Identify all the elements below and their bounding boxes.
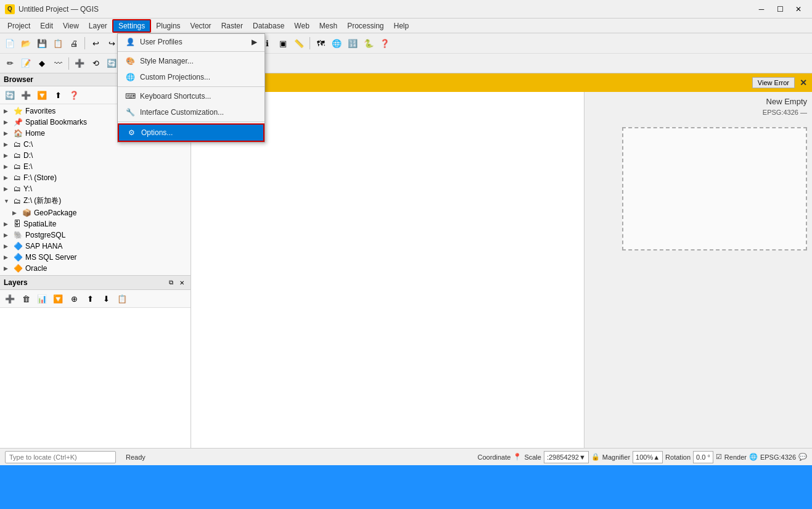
render-button[interactable]: 🗺 <box>313 36 328 51</box>
crs-button[interactable]: 🌐 <box>329 36 344 51</box>
status-bar: Ready Coordinate 📍 Scale :29854292 ▼ 🔒 M… <box>0 448 812 465</box>
browser-filter-button[interactable]: 🔽 <box>35 88 49 102</box>
add-layer-button[interactable]: ➕ <box>2 291 17 306</box>
tree-item-spatialite[interactable]: ▶ 🗄 SpatiaLite <box>0 218 191 230</box>
settings-interface-customization[interactable]: 🔧 Interface Customization... <box>118 104 265 120</box>
node-tool-button[interactable]: ◆ <box>35 56 49 71</box>
menu-view[interactable]: View <box>58 19 84 33</box>
tree-item-geopackage[interactable]: ▶ 📦 GeoPackage <box>0 207 191 218</box>
message-icon[interactable]: 💬 <box>798 453 807 461</box>
tree-item-mssql[interactable]: ▶ 🔷 MS SQL Server <box>0 252 191 263</box>
layers-close-button[interactable]: ✕ <box>177 278 187 288</box>
minimize-button[interactable]: ─ <box>753 3 770 15</box>
scale-dropdown-icon[interactable]: ▼ <box>579 453 586 461</box>
settings-dropdown: 👤 User Profiles ▶ 🎨 Style Manager... 🌐 C… <box>117 33 265 143</box>
options-label: Options... <box>141 128 173 137</box>
save-project-button[interactable]: 💾 <box>35 36 49 51</box>
menu-layer[interactable]: Layer <box>84 19 112 33</box>
close-button[interactable]: ✕ <box>790 3 807 15</box>
tree-item-d[interactable]: ▶ 🗂 D:\ <box>0 150 191 161</box>
view-error-button[interactable]: View Error <box>752 77 795 88</box>
render-checkbox-icon[interactable]: ☑ <box>716 453 722 461</box>
menu-settings[interactable]: Settings <box>112 19 151 33</box>
map-and-right: installation failed View Error ✕ New Emp… <box>191 73 812 448</box>
toolbar-separator-4 <box>310 37 310 49</box>
settings-keyboard-shortcuts[interactable]: ⌨ Keyboard Shortcuts... <box>118 88 265 104</box>
menu-database[interactable]: Database <box>248 19 289 33</box>
magnifier-up-icon[interactable]: ▲ <box>653 453 660 461</box>
select-button[interactable]: ▣ <box>276 36 290 51</box>
settings-style-manager[interactable]: 🎨 Style Manager... <box>118 53 265 69</box>
epsg-label: EPSG:4326 — <box>763 109 807 116</box>
interface-customization-label: Interface Customization... <box>140 108 224 117</box>
magnifier-value[interactable]: 100% ▲ <box>633 451 663 463</box>
menu-bar: Project Edit View Layer Settings Plugins… <box>0 19 812 33</box>
browser-add-button[interactable]: ➕ <box>18 88 33 102</box>
menu-project[interactable]: Project <box>2 19 35 33</box>
layers-float-button[interactable]: ⧉ <box>166 278 176 288</box>
browser-help-button[interactable]: ❓ <box>67 88 81 102</box>
drive-icon: 🗂 <box>14 173 21 182</box>
user-profiles-label: User Profiles <box>140 38 182 46</box>
print-button[interactable]: 🖨 <box>67 36 81 51</box>
tree-item-sap-hana[interactable]: ▶ 🔷 SAP HANA <box>0 241 191 252</box>
tree-item-z[interactable]: ▼ 🗂 Z:\ (新加卷) <box>0 194 191 207</box>
drive-icon: 🗂 <box>14 197 21 205</box>
menu-mesh[interactable]: Mesh <box>314 19 342 33</box>
open-project-button[interactable]: 📂 <box>18 36 33 51</box>
browser-title: Browser <box>4 75 33 84</box>
remove-layer-button[interactable]: 🗑 <box>18 291 33 306</box>
measure-button[interactable]: 📏 <box>292 36 306 51</box>
maximize-button[interactable]: ☐ <box>771 3 789 15</box>
home-icon: 🏠 <box>14 129 23 138</box>
new-project-button[interactable]: 📄 <box>2 36 17 51</box>
rotation-value[interactable]: 0.0 ° <box>693 451 713 463</box>
error-close-button[interactable]: ✕ <box>800 78 807 88</box>
expand-icon: ▶ <box>4 221 11 227</box>
add-feature-button[interactable]: ➕ <box>72 56 87 71</box>
open-table-button[interactable]: 📊 <box>35 291 49 306</box>
settings-options[interactable]: ⚙ Options... <box>118 123 265 142</box>
python-button[interactable]: 🐍 <box>361 36 376 51</box>
scale-value[interactable]: :29854292 ▼ <box>544 451 589 463</box>
browser-refresh-button[interactable]: 🔄 <box>2 88 17 102</box>
menu-processing[interactable]: Processing <box>342 19 388 33</box>
trace-button[interactable]: 〰 <box>51 56 65 71</box>
menu-edit[interactable]: Edit <box>35 19 58 33</box>
menu-help[interactable]: Help <box>389 19 414 33</box>
zoom-layer-button[interactable]: ⊕ <box>67 291 81 306</box>
qgis-button[interactable]: ❓ <box>377 36 392 51</box>
move-down-button[interactable]: ⬇ <box>99 291 113 306</box>
undo-button[interactable]: ↩ <box>88 36 103 51</box>
menu-web[interactable]: Web <box>289 19 314 33</box>
custom-projections-label: Custom Projections... <box>140 73 210 81</box>
browser-collapse-button[interactable]: ⬆ <box>51 88 65 102</box>
move-feature-button[interactable]: ⟲ <box>88 56 103 71</box>
menu-separator-3 <box>118 122 265 122</box>
tree-item-oracle[interactable]: ▶ 🔶 Oracle <box>0 263 191 274</box>
tree-label: Y:\ <box>23 184 32 193</box>
tree-item-e[interactable]: ▶ 🗂 E:\ <box>0 161 191 172</box>
edit-button[interactable]: 📝 <box>18 56 33 71</box>
tree-item-y[interactable]: ▶ 🗂 Y:\ <box>0 183 191 194</box>
map-canvas[interactable] <box>191 92 584 448</box>
settings-user-profiles[interactable]: 👤 User Profiles ▶ <box>118 34 265 50</box>
coordinate-icon: 📍 <box>513 453 522 461</box>
tree-item-f[interactable]: ▶ 🗂 F:\ (Store) <box>0 172 191 183</box>
menu-vector[interactable]: Vector <box>186 19 216 33</box>
move-up-button[interactable]: ⬆ <box>83 291 97 306</box>
duplicate-layer-button[interactable]: 📋 <box>115 291 129 306</box>
calculator-button[interactable]: 🔢 <box>345 36 360 51</box>
save-as-button[interactable]: 📋 <box>51 36 65 51</box>
filter-layer-button[interactable]: 🔽 <box>51 291 65 306</box>
drive-icon: 🗂 <box>14 140 21 149</box>
digitize-button[interactable]: ✏ <box>2 56 17 71</box>
bookmarks-icon: 📌 <box>14 118 23 126</box>
right-panel: New Empty EPSG:4326 — <box>584 92 812 448</box>
menu-plugins[interactable]: Plugins <box>151 19 185 33</box>
menu-raster[interactable]: Raster <box>216 19 248 33</box>
settings-custom-projections[interactable]: 🌐 Custom Projections... <box>118 69 265 85</box>
tree-item-postgresql[interactable]: ▶ 🐘 PostgreSQL <box>0 230 191 241</box>
expand-icon: ▶ <box>4 130 11 136</box>
locate-search-input[interactable] <box>5 451 116 463</box>
